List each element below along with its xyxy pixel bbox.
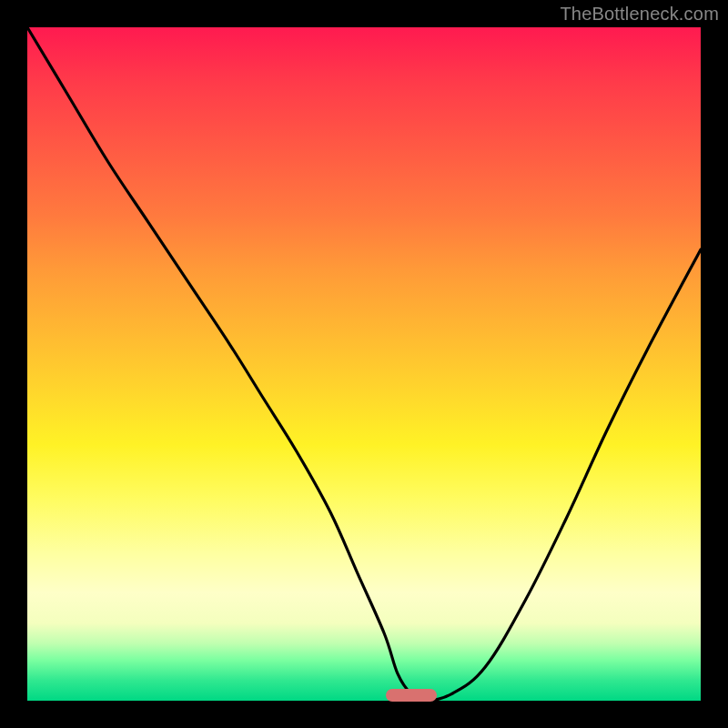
plot-area <box>27 27 701 701</box>
bottleneck-curve <box>27 27 701 701</box>
optimum-marker <box>386 689 437 702</box>
curve-layer <box>27 27 701 701</box>
attribution-text: TheBottleneck.com <box>560 4 719 25</box>
chart-frame: TheBottleneck.com <box>0 0 728 728</box>
